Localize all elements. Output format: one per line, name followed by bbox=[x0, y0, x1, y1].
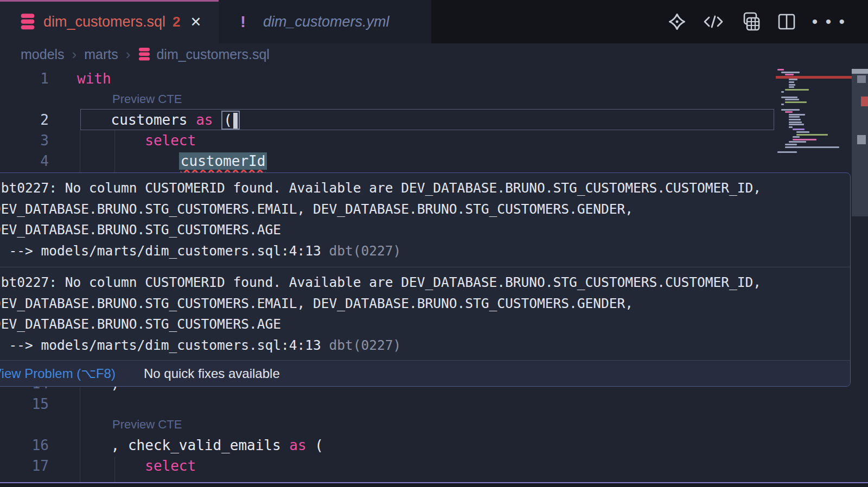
minimap-code-line bbox=[785, 89, 809, 91]
chevron-right-icon: › bbox=[126, 46, 131, 63]
codelens-preview-cte[interactable]: Preview CTE bbox=[77, 414, 182, 435]
code-line-15[interactable]: 15 bbox=[0, 394, 776, 414]
error-message-block: dbt0227: No column CUSTOMERID found. Ava… bbox=[0, 267, 850, 361]
minimap-code-line bbox=[781, 97, 797, 98]
code-line-3[interactable]: 3 select bbox=[0, 130, 776, 151]
minimap-code-line bbox=[781, 72, 800, 73]
problem-count-badge: 2 bbox=[173, 14, 180, 30]
code-line-16[interactable]: 16 , check_valid_emails as ( bbox=[0, 435, 776, 456]
code-text: select bbox=[77, 130, 196, 151]
line-number: 2 bbox=[0, 110, 49, 130]
code-text: , check_valid_emails as ( bbox=[77, 435, 323, 456]
tab-bar: dim_customers.sql 2 ✕ ! dim_customers.ym… bbox=[0, 0, 868, 43]
chevron-right-icon: › bbox=[72, 46, 77, 63]
error-message-block: dbt0227: No column CUSTOMERID found. Ava… bbox=[0, 173, 850, 267]
error-source: dbt(0227) bbox=[329, 337, 401, 353]
error-token: customerId bbox=[179, 152, 267, 170]
indent-guide bbox=[114, 130, 115, 172]
error-hover-popup: dbt0227: No column CUSTOMERID found. Ava… bbox=[0, 172, 851, 387]
minimap-code-line bbox=[785, 74, 794, 75]
minimap-code-line bbox=[796, 131, 809, 133]
copy-table-icon[interactable] bbox=[741, 11, 761, 32]
dbt-icon[interactable] bbox=[668, 12, 686, 31]
view-problem-link[interactable]: View Problem (⌥F8) bbox=[0, 366, 116, 381]
minimap-code-line bbox=[785, 111, 793, 113]
code-line-17[interactable]: 17 select bbox=[0, 456, 776, 476]
minimap-code-line bbox=[781, 104, 784, 105]
text-cursor bbox=[233, 113, 238, 129]
indent-guide bbox=[80, 130, 80, 172]
no-quick-fixes-label: No quick fixes available bbox=[144, 366, 280, 381]
minimap-code-line bbox=[785, 146, 839, 148]
minimap-code-line bbox=[777, 151, 797, 153]
error-location: --> models/marts/dim_customers.sql:4:13 … bbox=[0, 241, 846, 262]
minimap-code-line bbox=[789, 121, 802, 123]
minimap-code-line bbox=[781, 109, 800, 111]
code-text: customers as ( bbox=[77, 110, 240, 130]
codelens-preview-cte[interactable]: Preview CTE bbox=[77, 89, 182, 110]
line-number: 17 bbox=[0, 456, 49, 476]
tab-label: dim_customers.yml bbox=[263, 14, 390, 30]
minimap-code-line bbox=[789, 79, 797, 80]
warning-icon: ! bbox=[240, 12, 246, 31]
breadcrumb-models[interactable]: models bbox=[21, 47, 65, 62]
error-location: --> models/marts/dim_customers.sql:4:13 … bbox=[0, 335, 846, 356]
overview-ruler-mark bbox=[852, 69, 868, 74]
minimap-code-line bbox=[793, 139, 816, 140]
overview-ruler-mark bbox=[857, 75, 866, 83]
line-number: 16 bbox=[0, 435, 49, 456]
minimap-code-line bbox=[793, 129, 805, 130]
line-number: 3 bbox=[0, 130, 49, 151]
database-icon bbox=[20, 13, 36, 30]
code-text: select bbox=[77, 456, 196, 476]
overview-ruler-mark bbox=[857, 135, 866, 144]
minimap-code-line bbox=[789, 86, 794, 88]
minimap-code-line bbox=[789, 141, 806, 143]
window-bottom-strip bbox=[0, 483, 868, 487]
minimap-code-line bbox=[789, 119, 801, 120]
close-icon[interactable]: ✕ bbox=[190, 14, 202, 30]
line-number: 1 bbox=[0, 68, 49, 89]
overview-ruler-mark bbox=[861, 97, 868, 106]
tab-dim-customers-yml[interactable]: ! dim_customers.yml bbox=[219, 0, 431, 43]
minimap-code-line bbox=[796, 134, 828, 136]
minimap-code-line bbox=[785, 144, 797, 145]
code-icon[interactable] bbox=[703, 14, 724, 30]
split-editor-icon[interactable] bbox=[777, 12, 796, 31]
minimap-code-line bbox=[789, 84, 795, 86]
minimap-code-line bbox=[785, 99, 799, 100]
code-line-2[interactable]: 2 customers as ( bbox=[0, 110, 776, 130]
minimap-code-line bbox=[789, 81, 794, 83]
breadcrumb-marts[interactable]: marts bbox=[84, 47, 118, 62]
minimap-code-line bbox=[793, 136, 800, 138]
breadcrumb-file[interactable]: dim_customers.sql bbox=[156, 47, 269, 62]
minimap-error-line bbox=[776, 76, 852, 79]
minimap-code-line bbox=[777, 69, 784, 71]
editor-actions: • • • bbox=[668, 0, 846, 43]
code-line-4[interactable]: 4 customerId bbox=[0, 151, 776, 171]
minimap-code-line bbox=[789, 126, 793, 128]
indent-guide bbox=[80, 387, 80, 482]
code-line-1[interactable]: 1with bbox=[0, 68, 776, 89]
line-number: 15 bbox=[0, 394, 49, 414]
tab-label: dim_customers.sql bbox=[43, 14, 165, 30]
breadcrumb: models › marts › dim_customers.sql bbox=[0, 43, 868, 65]
minimap-code-line bbox=[789, 116, 800, 118]
minimap-code-line bbox=[785, 101, 807, 103]
code-text: customerId bbox=[77, 151, 267, 171]
tab-dim-customers-sql[interactable]: dim_customers.sql 2 ✕ bbox=[0, 0, 219, 43]
bracket-match-highlight: ( bbox=[221, 111, 240, 130]
minimap-code-line bbox=[781, 91, 784, 93]
minimap-code-line bbox=[789, 124, 804, 125]
database-icon bbox=[138, 47, 151, 61]
error-message: dbt0227: No column CUSTOMERID found. Ava… bbox=[0, 272, 846, 335]
code-text: with bbox=[77, 68, 111, 89]
minimap-code-line bbox=[789, 114, 805, 116]
scrollbar[interactable] bbox=[852, 65, 868, 487]
line-number: 4 bbox=[0, 151, 49, 171]
error-message: dbt0227: No column CUSTOMERID found. Ava… bbox=[0, 178, 846, 241]
hover-status-bar: View Problem (⌥F8) No quick fixes availa… bbox=[0, 360, 850, 386]
error-source: dbt(0227) bbox=[329, 243, 401, 259]
indent-guide bbox=[114, 457, 115, 482]
